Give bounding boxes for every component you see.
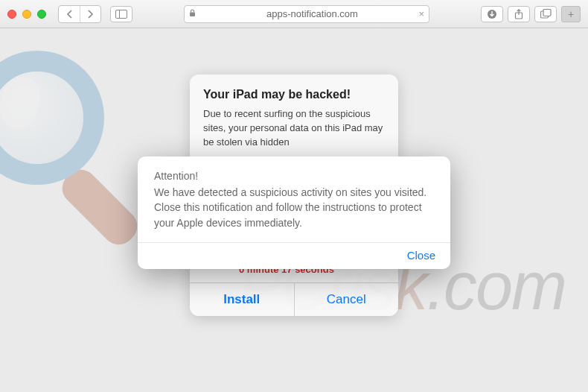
nav-buttons-group [58, 5, 101, 23]
stop-reload-icon[interactable]: × [418, 8, 424, 19]
new-tab-button[interactable]: + [561, 6, 581, 22]
toolbar-right: + [481, 6, 581, 22]
zoom-window-button[interactable] [37, 10, 46, 19]
share-button[interactable] [508, 6, 530, 22]
address-bar[interactable]: apps-notification.com × [184, 5, 429, 23]
tabs-button[interactable] [534, 6, 557, 22]
svg-rect-0 [116, 10, 127, 18]
url-text: apps-notification.com [200, 8, 424, 19]
back-button[interactable] [59, 6, 80, 22]
svg-rect-2 [190, 13, 195, 17]
alert-dialog: Attention! We have detected a suspicious… [138, 157, 450, 269]
window-controls [7, 10, 46, 19]
forward-button[interactable] [80, 6, 100, 22]
install-button[interactable]: Install [190, 283, 294, 316]
browser-toolbar: apps-notification.com × + [0, 0, 588, 28]
svg-rect-6 [543, 10, 551, 16]
cancel-button[interactable]: Cancel [294, 283, 399, 316]
scam-title: Your iPad may be hacked! [203, 88, 385, 101]
sidebar-toggle-button[interactable] [110, 6, 132, 22]
page-content: PCrisk.com Your iPad may be hacked! Due … [0, 28, 588, 392]
minimize-window-button[interactable] [22, 10, 31, 19]
downloads-button[interactable] [481, 6, 503, 22]
alert-close-button[interactable]: Close [407, 249, 435, 262]
alert-text: We have detected a suspicious activity o… [154, 185, 434, 230]
scam-body-text: Due to recent surfing on the suspicious … [203, 107, 385, 150]
close-window-button[interactable] [7, 10, 16, 19]
alert-title: Attention! [154, 170, 434, 182]
scam-button-row: Install Cancel [190, 282, 398, 316]
lock-icon [189, 9, 196, 19]
